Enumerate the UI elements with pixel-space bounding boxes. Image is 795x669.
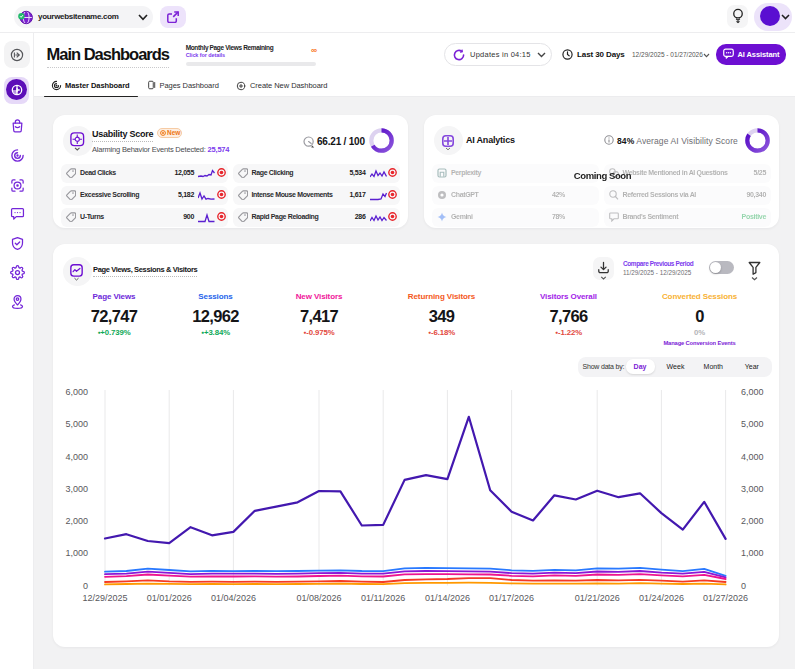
svg-text:5,000: 5,000 xyxy=(741,419,764,429)
svg-text:1,000: 1,000 xyxy=(65,548,88,558)
svg-text:3,000: 3,000 xyxy=(741,484,764,494)
svg-text:0: 0 xyxy=(741,581,746,591)
svg-text:01/17/2026: 01/17/2026 xyxy=(489,593,534,603)
svg-text:6,000: 6,000 xyxy=(65,387,88,397)
svg-text:4,000: 4,000 xyxy=(741,452,764,462)
svg-text:01/01/2026: 01/01/2026 xyxy=(147,593,192,603)
svg-text:01/04/2026: 01/04/2026 xyxy=(211,593,256,603)
svg-text:01/24/2026: 01/24/2026 xyxy=(639,593,684,603)
svg-text:12/29/2025: 12/29/2025 xyxy=(82,593,127,603)
svg-text:2,000: 2,000 xyxy=(65,516,88,526)
svg-text:1,000: 1,000 xyxy=(741,548,764,558)
svg-text:01/21/2026: 01/21/2026 xyxy=(575,593,620,603)
svg-text:0: 0 xyxy=(83,581,88,591)
svg-text:01/27/2026: 01/27/2026 xyxy=(703,593,748,603)
svg-text:5,000: 5,000 xyxy=(65,419,88,429)
svg-text:4,000: 4,000 xyxy=(65,452,88,462)
svg-text:3,000: 3,000 xyxy=(65,484,88,494)
svg-text:01/14/2026: 01/14/2026 xyxy=(425,593,470,603)
svg-text:01/11/2026: 01/11/2026 xyxy=(361,593,405,603)
svg-text:6,000: 6,000 xyxy=(741,387,764,397)
svg-text:2,000: 2,000 xyxy=(741,516,764,526)
svg-text:01/08/2026: 01/08/2026 xyxy=(296,593,341,603)
